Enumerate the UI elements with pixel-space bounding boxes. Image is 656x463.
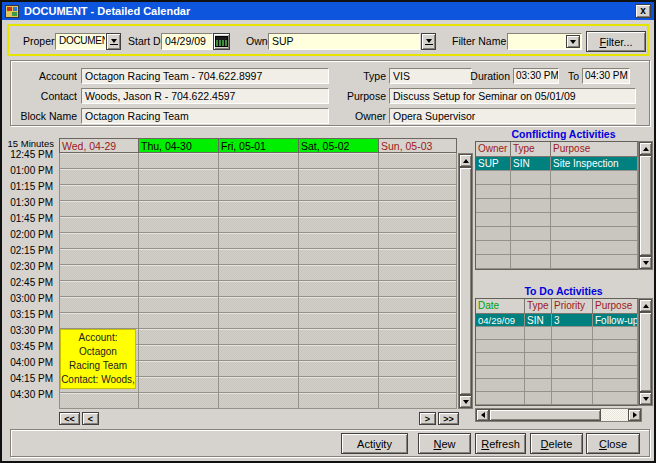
calendar-cell[interactable]	[139, 169, 218, 185]
table-cell[interactable]	[552, 392, 593, 405]
calendar-cell[interactable]	[219, 153, 298, 169]
calendar-cell[interactable]	[139, 249, 218, 265]
table-cell[interactable]	[552, 340, 593, 353]
calendar-cell[interactable]	[60, 153, 138, 169]
calendar-cell[interactable]	[219, 361, 298, 377]
calendar-cell[interactable]	[139, 361, 218, 377]
calendar-cell[interactable]	[139, 329, 218, 345]
table-cell[interactable]	[476, 185, 511, 199]
table-cell[interactable]	[525, 353, 552, 366]
table-cell[interactable]: 3	[552, 314, 593, 327]
contact-field[interactable]: Woods, Jason R - 704.622.4597	[81, 88, 329, 104]
table-cell[interactable]	[525, 366, 552, 379]
calendar-cell[interactable]	[299, 249, 378, 265]
calendar-cell[interactable]	[139, 393, 218, 409]
table-cell[interactable]	[476, 379, 525, 392]
calendar-cell[interactable]	[139, 153, 218, 169]
calendar-cell[interactable]	[299, 201, 378, 217]
calendar-last-button[interactable]: >>	[438, 412, 459, 425]
conflicting-scrollbar[interactable]	[638, 141, 653, 270]
table-cell[interactable]: SIN	[511, 157, 551, 171]
day-header[interactable]: Wed, 04-29	[59, 138, 138, 153]
table-cell[interactable]	[593, 353, 638, 366]
property-field[interactable]: DOCUMENT	[55, 33, 106, 50]
table-cell[interactable]	[552, 366, 593, 379]
table-cell[interactable]	[476, 199, 511, 213]
calendar-cell[interactable]	[219, 249, 298, 265]
calendar-cell[interactable]	[219, 297, 298, 313]
new-button[interactable]: New	[418, 433, 471, 454]
appointment-note[interactable]: Account: Octagon Racing Team Contact: Wo…	[60, 329, 136, 389]
calendar-cell[interactable]	[60, 169, 138, 185]
calendar-picker-button[interactable]	[213, 33, 230, 50]
calendar-cell[interactable]	[379, 201, 456, 217]
table-cell[interactable]	[511, 227, 551, 241]
calendar-cell[interactable]	[379, 153, 456, 169]
calendar-cell[interactable]	[60, 233, 138, 249]
calendar-cell[interactable]	[379, 377, 456, 393]
calendar-cell[interactable]	[219, 265, 298, 281]
day-header[interactable]: Sat, 05-02	[298, 138, 378, 153]
calendar-cell[interactable]	[60, 265, 138, 281]
table-cell[interactable]	[476, 392, 525, 405]
calendar-cell[interactable]	[299, 313, 378, 329]
filter-name-combobox[interactable]	[507, 33, 582, 50]
column-header[interactable]: Date	[476, 299, 525, 314]
column-header[interactable]: Type	[511, 142, 551, 157]
table-cell[interactable]	[476, 213, 511, 227]
table-cell[interactable]	[476, 227, 511, 241]
calendar-cell[interactable]	[379, 217, 456, 233]
table-cell[interactable]	[476, 255, 511, 269]
calendar-cell[interactable]	[219, 377, 298, 393]
day-header[interactable]: Sun, 05-03	[378, 138, 457, 153]
table-cell[interactable]	[551, 255, 638, 269]
calendar-cell[interactable]	[139, 217, 218, 233]
calendar-cell[interactable]	[219, 313, 298, 329]
calendar-cell[interactable]	[379, 281, 456, 297]
table-cell[interactable]	[551, 227, 638, 241]
delete-button[interactable]: Delete	[530, 433, 583, 454]
duration-to-field[interactable]: 04:30 PM	[582, 68, 630, 84]
day-header[interactable]: Fri, 05-01	[218, 138, 298, 153]
table-cell[interactable]	[525, 327, 552, 340]
scroll-up-button[interactable]	[639, 299, 652, 312]
calendar-cell[interactable]	[139, 265, 218, 281]
calendar-cell[interactable]	[139, 297, 218, 313]
calendar-cell[interactable]	[139, 281, 218, 297]
close-button[interactable]: Close	[586, 433, 640, 454]
filter-button[interactable]: Filter...	[586, 31, 646, 52]
table-cell[interactable]	[525, 379, 552, 392]
column-header[interactable]: Priority	[552, 299, 593, 314]
table-cell[interactable]	[476, 327, 525, 340]
table-cell[interactable]	[511, 241, 551, 255]
scroll-up-button[interactable]	[459, 154, 472, 167]
column-header[interactable]: Type	[525, 299, 552, 314]
table-cell[interactable]	[593, 340, 638, 353]
calendar-cell[interactable]	[379, 393, 456, 409]
calendar-cell[interactable]	[299, 281, 378, 297]
table-cell[interactable]	[551, 213, 638, 227]
scrollbar-thumb[interactable]	[459, 167, 472, 395]
calendar-cell[interactable]	[60, 217, 138, 233]
calendar-cell[interactable]	[60, 393, 138, 409]
scrollbar-thumb[interactable]	[639, 155, 652, 256]
table-cell[interactable]	[476, 366, 525, 379]
calendar-cell[interactable]	[379, 233, 456, 249]
calendar-cell[interactable]	[299, 377, 378, 393]
property-lov-button[interactable]	[106, 33, 121, 50]
scroll-down-button[interactable]	[459, 395, 472, 408]
calendar-next-button[interactable]: >	[419, 412, 436, 425]
owner-name-field[interactable]: Opera Supervisor	[389, 108, 636, 124]
calendar-cell[interactable]	[139, 233, 218, 249]
calendar-cell[interactable]	[379, 329, 456, 345]
table-cell[interactable]	[511, 213, 551, 227]
column-header[interactable]: Owner	[476, 142, 511, 157]
day-header[interactable]: Thu, 04-30	[138, 138, 218, 153]
calendar-cell[interactable]	[219, 217, 298, 233]
column-header[interactable]: Purpose	[551, 142, 638, 157]
calendar-cell[interactable]	[219, 185, 298, 201]
calendar-cell[interactable]	[299, 153, 378, 169]
calendar-cell[interactable]	[379, 265, 456, 281]
table-cell[interactable]	[476, 340, 525, 353]
filter-name-dropdown-button[interactable]	[566, 35, 580, 48]
